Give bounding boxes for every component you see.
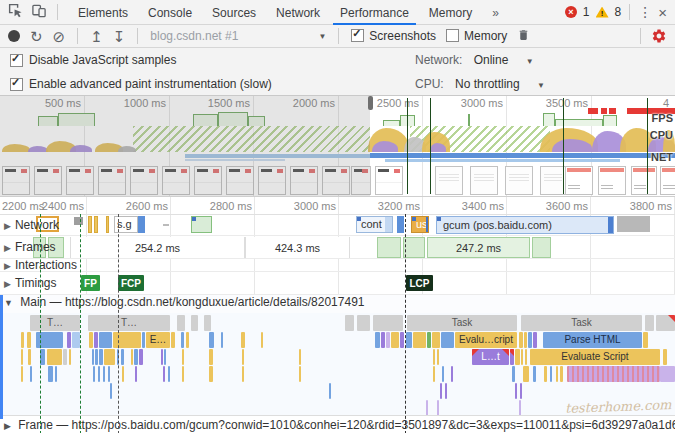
flame-bar[interactable] bbox=[660, 366, 675, 382]
flame-bar[interactable] bbox=[533, 366, 536, 382]
flame-bar[interactable] bbox=[177, 315, 185, 331]
checkbox-checked-icon[interactable] bbox=[351, 29, 364, 42]
flame-bar[interactable] bbox=[413, 332, 426, 348]
flame-bar[interactable] bbox=[204, 315, 211, 331]
flame-bar[interactable] bbox=[525, 349, 527, 365]
flame-bar[interactable] bbox=[95, 349, 98, 365]
flame-bar[interactable] bbox=[171, 332, 175, 348]
flame-bar[interactable] bbox=[261, 332, 263, 348]
flame-bar[interactable] bbox=[437, 349, 439, 365]
flame-bar[interactable] bbox=[69, 349, 71, 365]
checkbox-unchecked-icon[interactable] bbox=[446, 29, 459, 42]
flame-bar[interactable] bbox=[400, 332, 404, 348]
timing-badge-lcp[interactable]: LCP bbox=[406, 275, 433, 291]
flame-bar[interactable] bbox=[523, 366, 529, 382]
screenshot-thumbnail[interactable] bbox=[598, 166, 626, 195]
flame-bar[interactable]: T… bbox=[30, 315, 80, 331]
screenshots-checkbox[interactable]: Screenshots bbox=[351, 29, 436, 43]
flame-bar[interactable] bbox=[55, 366, 57, 382]
frame-track-header[interactable]: ▶ Frame — https://pos.baidu.com/gcum?con… bbox=[0, 415, 675, 433]
flame-bar[interactable] bbox=[186, 332, 189, 348]
flame-bar[interactable] bbox=[30, 366, 32, 382]
flame-bar[interactable] bbox=[437, 400, 439, 415]
flame-bar[interactable] bbox=[386, 332, 390, 348]
network-request[interactable]: cont bbox=[356, 216, 393, 233]
screenshot-thumbnail[interactable] bbox=[565, 166, 593, 195]
flame-bar[interactable] bbox=[242, 349, 244, 365]
timing-badge-fp[interactable]: FP bbox=[81, 275, 100, 291]
flame-bar[interactable] bbox=[406, 332, 412, 348]
flame-bar[interactable] bbox=[515, 349, 520, 365]
tab-elements[interactable]: Elements bbox=[68, 0, 138, 25]
flame-bar[interactable] bbox=[163, 366, 165, 382]
flame-bar[interactable] bbox=[209, 332, 214, 348]
tab-sources[interactable]: Sources bbox=[202, 0, 266, 25]
flame-bar[interactable] bbox=[21, 332, 24, 348]
network-request[interactable] bbox=[397, 216, 404, 233]
network-request[interactable] bbox=[163, 224, 169, 226]
network-request[interactable] bbox=[94, 216, 98, 233]
flame-bar[interactable] bbox=[242, 366, 244, 382]
network-request[interactable] bbox=[88, 216, 92, 233]
clear-recording-icon[interactable]: ⊘ bbox=[53, 29, 66, 44]
reload-and-record-icon[interactable]: ↻ bbox=[30, 29, 43, 44]
flame-bar[interactable] bbox=[567, 366, 660, 382]
screenshot-thumbnail[interactable] bbox=[660, 166, 675, 195]
flame-bar[interactable] bbox=[241, 332, 245, 348]
flame-bar[interactable] bbox=[27, 332, 31, 348]
flame-bar[interactable] bbox=[433, 349, 435, 365]
network-request[interactable] bbox=[617, 216, 650, 232]
timing-badge-fcp[interactable]: FCP bbox=[118, 275, 144, 291]
flame-bar[interactable]: T… bbox=[88, 315, 170, 331]
flame-bar[interactable] bbox=[182, 366, 184, 382]
timings-track-toggle[interactable]: ▶Timings bbox=[4, 276, 56, 290]
flame-bar[interactable] bbox=[103, 366, 105, 382]
flame-bar[interactable] bbox=[139, 349, 143, 365]
frame-cell[interactable] bbox=[532, 237, 551, 258]
flame-bar[interactable] bbox=[544, 366, 547, 382]
tab-memory[interactable]: Memory bbox=[419, 0, 482, 25]
tab-console[interactable]: Console bbox=[138, 0, 202, 25]
screenshot-thumbnail[interactable] bbox=[505, 166, 533, 195]
flame-bar[interactable]: Evalu…cript bbox=[455, 332, 517, 348]
record-button[interactable] bbox=[8, 30, 20, 42]
flame-bar[interactable] bbox=[550, 366, 552, 382]
flame-bar[interactable] bbox=[110, 383, 112, 399]
flame-bar[interactable] bbox=[433, 366, 435, 382]
frame-cell[interactable]: 247.2 ms bbox=[427, 237, 530, 258]
frame-cell[interactable]: 254.2 ms bbox=[70, 237, 245, 258]
flame-bar[interactable] bbox=[556, 366, 558, 382]
save-profile-icon[interactable]: ↧ bbox=[113, 29, 126, 44]
network-request[interactable] bbox=[74, 217, 83, 225]
frame-cell[interactable] bbox=[403, 237, 425, 258]
flame-bar[interactable] bbox=[104, 349, 115, 365]
flame-bar[interactable] bbox=[221, 332, 223, 348]
flame-bar[interactable] bbox=[451, 366, 453, 382]
inspect-element-icon[interactable] bbox=[8, 3, 23, 21]
flame-bar[interactable] bbox=[47, 349, 62, 365]
flame-bar[interactable] bbox=[663, 349, 667, 365]
frame-cell[interactable]: 424.3 ms bbox=[245, 237, 350, 258]
flame-bar[interactable] bbox=[519, 332, 523, 348]
flame-bar[interactable] bbox=[161, 349, 163, 365]
flame-bar[interactable] bbox=[28, 349, 31, 365]
flame-bar[interactable] bbox=[519, 400, 521, 415]
flame-bar[interactable] bbox=[134, 349, 138, 365]
disable-js-samples-checkbox[interactable] bbox=[10, 54, 23, 67]
cpu-throttle-select[interactable]: CPU: No throttling ▼ bbox=[415, 77, 545, 91]
warning-badge-icon[interactable]: ! bbox=[596, 7, 609, 18]
screenshot-thumbnail[interactable] bbox=[435, 166, 463, 195]
flame-bar[interactable] bbox=[515, 383, 517, 399]
error-badge-icon[interactable]: × bbox=[565, 6, 577, 18]
screenshot-thumbnail[interactable] bbox=[375, 166, 403, 195]
flame-bar[interactable] bbox=[209, 366, 213, 382]
frames-track-toggle[interactable]: ▶Frames bbox=[4, 240, 56, 254]
flame-bar[interactable] bbox=[108, 366, 110, 382]
flame-bar[interactable] bbox=[99, 332, 112, 348]
network-request[interactable]: gcum (pos.baidu.com) bbox=[436, 216, 614, 234]
timeline-overview[interactable]: 500 ms1000 ms1500 ms2000 ms2500 ms3000 m… bbox=[0, 96, 675, 196]
flame-bar[interactable] bbox=[510, 349, 514, 365]
warning-count[interactable]: 8 bbox=[615, 5, 622, 19]
flame-bar[interactable] bbox=[432, 332, 440, 348]
main-track-header[interactable]: ▼ Main — https://blog.csdn.net/kongduxue… bbox=[0, 295, 675, 313]
